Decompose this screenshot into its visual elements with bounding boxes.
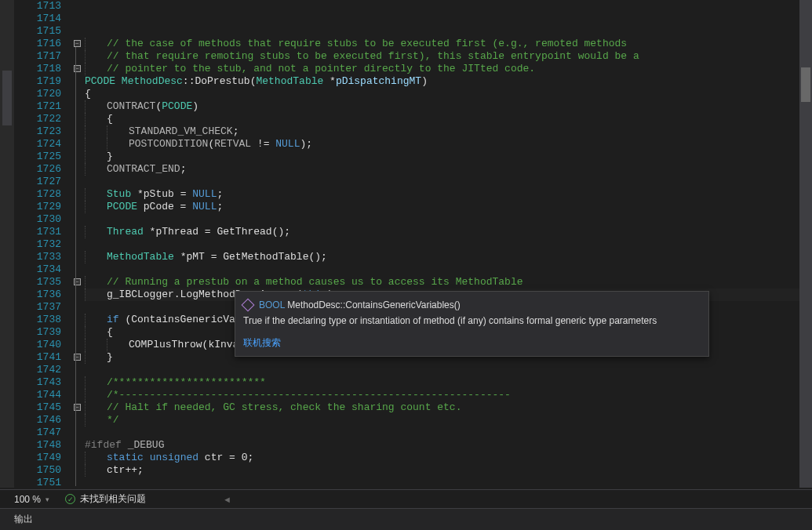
line-number: 1718 [14, 63, 61, 75]
no-issues-indicator[interactable]: ✓ 未找到相关问题 [65, 492, 146, 506]
fold-toggle[interactable]: − [74, 40, 81, 47]
code-line[interactable] [85, 477, 812, 489]
line-number: 1751 [14, 477, 61, 489]
line-number: 1731 [14, 226, 61, 238]
code-line[interactable]: #ifdef _DEBUG [85, 439, 812, 452]
line-number: 1744 [14, 389, 61, 401]
intellisense-tooltip: BOOL MethodDesc::ContainsGenericVariable… [235, 291, 709, 357]
code-line[interactable]: // the case of methods that require stub… [85, 38, 812, 50]
line-number: 1743 [14, 376, 61, 389]
code-line[interactable]: } [85, 151, 812, 163]
line-number: 1750 [14, 464, 61, 477]
vertical-scrollbar[interactable] [799, 0, 812, 488]
line-number: 1724 [14, 138, 61, 151]
line-number-gutter: 1713171417151716171717181719172017211722… [14, 0, 72, 488]
line-number: 1714 [14, 13, 61, 25]
code-line[interactable]: CONTRACT_END; [85, 163, 812, 176]
code-line[interactable] [85, 263, 812, 276]
no-issues-label: 未找到相关问题 [80, 492, 146, 506]
line-number: 1745 [14, 401, 61, 414]
line-number: 1723 [14, 125, 61, 138]
code-line[interactable] [85, 238, 812, 251]
line-number: 1715 [14, 25, 61, 38]
tooltip-search-online-link[interactable]: 联机搜索 [243, 336, 281, 350]
line-number: 1717 [14, 50, 61, 63]
code-line[interactable]: // pointer to the stub, and not a pointe… [85, 63, 812, 75]
vertical-scroll-thumb[interactable] [801, 67, 810, 102]
line-number: 1726 [14, 163, 61, 176]
line-number: 1738 [14, 314, 61, 326]
code-line[interactable] [85, 213, 812, 226]
code-line[interactable]: */ [85, 414, 812, 427]
code-line[interactable]: MethodTable *pMT = GetMethodTable(); [85, 251, 812, 263]
line-number: 1741 [14, 351, 61, 364]
left-scroll-gutter[interactable] [0, 0, 14, 488]
line-number: 1729 [14, 201, 61, 213]
code-line[interactable] [85, 364, 812, 376]
code-line[interactable]: /************************* [85, 376, 812, 389]
chevron-down-icon: ▾ [46, 496, 49, 503]
zoom-value: 100 % [14, 494, 41, 505]
code-line[interactable]: CONTRACT(PCODE) [85, 100, 812, 113]
tooltip-description: True if the declaring type or instantiat… [243, 314, 701, 328]
code-line[interactable]: /*--------------------------------------… [85, 389, 812, 401]
line-number: 1725 [14, 151, 61, 163]
check-circle-icon: ✓ [65, 494, 75, 504]
line-number: 1727 [14, 176, 61, 188]
output-panel-title: 输出 [14, 513, 33, 526]
code-line[interactable]: PCODE MethodDesc::DoPrestub(MethodTable … [85, 75, 812, 88]
line-number: 1722 [14, 113, 61, 125]
line-number: 1732 [14, 238, 61, 251]
line-number: 1749 [14, 452, 61, 464]
code-line[interactable]: // that require remoting stubs to be exe… [85, 50, 812, 63]
code-editor[interactable]: 1713171417151716171717181719172017211722… [0, 0, 812, 488]
code-line[interactable]: // Running a prestub on a method causes … [85, 276, 812, 289]
code-line[interactable]: // Halt if needed, GC stress, check the … [85, 401, 812, 414]
code-line[interactable] [85, 427, 812, 439]
line-number: 1740 [14, 339, 61, 351]
line-number: 1720 [14, 88, 61, 100]
code-line[interactable]: ctr++; [85, 464, 812, 477]
code-line[interactable]: POSTCONDITION(RETVAL != NULL); [85, 138, 812, 151]
line-number: 1733 [14, 251, 61, 263]
line-number: 1713 [14, 0, 61, 13]
code-line[interactable]: PCODE pCode = NULL; [85, 201, 812, 213]
editor-status-strip: 100 % ▾ ✓ 未找到相关问题 ◄ [0, 489, 812, 508]
line-number: 1747 [14, 427, 61, 439]
scroll-thumb[interactable] [2, 71, 12, 125]
code-line[interactable] [85, 176, 812, 188]
line-number: 1748 [14, 439, 61, 452]
code-line[interactable]: { [85, 113, 812, 125]
code-line[interactable]: static unsigned ctr = 0; [85, 452, 812, 464]
line-number: 1716 [14, 38, 61, 50]
line-number: 1735 [14, 276, 61, 289]
line-number: 1721 [14, 100, 61, 113]
tooltip-signature-rest: MethodDesc::ContainsGenericVariables() [287, 299, 461, 310]
line-number: 1728 [14, 188, 61, 201]
code-line[interactable]: Stub *pStub = NULL; [85, 188, 812, 201]
symbol-icon [242, 299, 255, 312]
code-line[interactable]: Thread *pThread = GetThread(); [85, 226, 812, 238]
fold-gutter[interactable]: −−−−− [72, 0, 85, 488]
code-line[interactable]: { [85, 88, 812, 100]
line-number: 1742 [14, 364, 61, 376]
tooltip-signature-type: BOOL [259, 299, 287, 310]
line-number: 1736 [14, 289, 61, 301]
arrow-left-icon[interactable]: ◄ [223, 495, 231, 504]
code-content[interactable]: // the case of methods that require stub… [85, 0, 812, 488]
line-number: 1730 [14, 213, 61, 226]
code-line[interactable]: STANDARD_VM_CHECK; [85, 125, 812, 138]
output-panel[interactable]: 输出 [0, 508, 812, 530]
zoom-level[interactable]: 100 % ▾ [0, 494, 54, 505]
line-number: 1734 [14, 263, 61, 276]
line-number: 1737 [14, 301, 61, 314]
line-number: 1719 [14, 75, 61, 88]
line-number: 1746 [14, 414, 61, 427]
line-number: 1739 [14, 326, 61, 339]
